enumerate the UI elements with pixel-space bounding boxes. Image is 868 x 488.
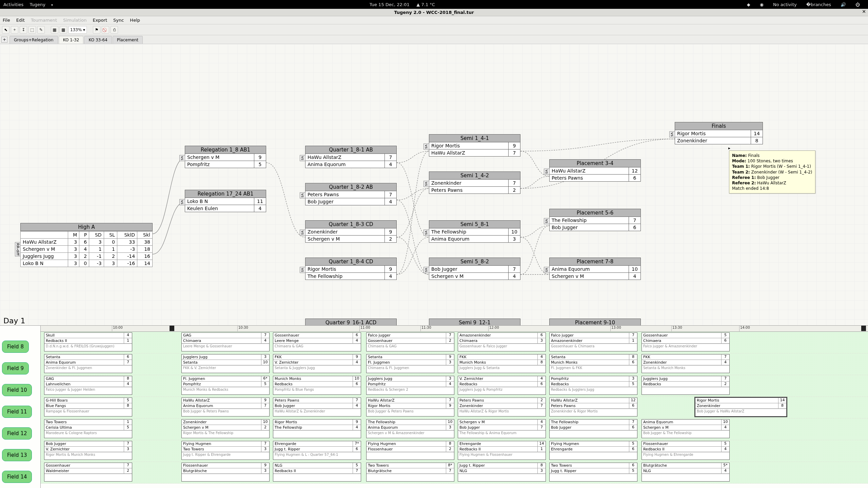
- match-rel18[interactable]: vsRelegation 1_8 AB1Schergen v M9Pompfri…: [185, 146, 266, 168]
- menu-edit[interactable]: Edit: [16, 18, 25, 23]
- tray-discord-icon[interactable]: ◆: [747, 2, 750, 7]
- forbid-icon[interactable]: ⃠: [102, 26, 109, 34]
- field-label[interactable]: Field 11: [2, 406, 32, 418]
- field-label[interactable]: Field 9: [2, 362, 29, 374]
- schedule-slot[interactable]: Falco jugger7Amazonenkinder1Gossenhauer …: [549, 332, 637, 351]
- schedule-slot[interactable]: Gossenhauer7Waldmeister2: [44, 463, 132, 482]
- tool-add-team-icon[interactable]: ＋: [11, 26, 18, 34]
- schedule-slot[interactable]: Jugglers Jugg3Setanta10FKK & V. Zernicht…: [181, 354, 270, 373]
- flag-icon[interactable]: ⚑: [93, 26, 100, 34]
- tool-pointer-icon[interactable]: ⬉: [2, 26, 9, 34]
- match-q2[interactable]: vsQuarter 1_8-2 ABPeters Pawns7Bob Jugge…: [305, 183, 397, 205]
- schedule-slot[interactable]: Flying Hugmen5Ehrengarde6: [549, 441, 637, 460]
- menu-file[interactable]: File: [3, 18, 10, 23]
- schedule-slot[interactable]: Setanta6Anima Equorum7Zonenkinder & Fl. …: [44, 354, 132, 373]
- schedule-slot[interactable]: Rigor Mortis9The Fellowship4: [273, 419, 361, 438]
- schedule-slot[interactable]: Setanta9Fl. Juggmen3Chimaera & Fl. Juggm…: [366, 354, 454, 373]
- schedule-slot[interactable]: Setanta8Munich Monks6Fl. Juggmen & FKK: [549, 354, 637, 373]
- schedule-slot[interactable]: NLG5Redbacks II7: [273, 463, 361, 482]
- schedule-slot[interactable]: Flossenhauer9Blutgrätsche3: [181, 463, 270, 482]
- match-q1[interactable]: vsQuarter 1_8-1 ABHaWu AllstarZ7Anima Eq…: [305, 146, 397, 168]
- zoom-select[interactable]: 133% ▾: [68, 26, 87, 34]
- tray-telegram-icon[interactable]: ◉: [760, 2, 764, 7]
- schedule-slot[interactable]: HaWu AllstarZ9Anima Equorum7Bob Jugger &…: [181, 398, 270, 416]
- schedule-slot[interactable]: GAG8Lahnveilchen4Falco jugger & Jugger H…: [44, 376, 132, 395]
- schedule-slot[interactable]: Skull4Redbacks II1D.d.N.n.g.w.d. & FREIL…: [44, 332, 132, 351]
- field-label[interactable]: Field 12: [2, 427, 32, 440]
- schedule-slot[interactable]: Ehrengarde7*Jugg t. Ripper6Flying Hugmen…: [273, 441, 361, 460]
- schedule-slot[interactable]: The Fellowship7Bob Jugger6: [549, 419, 637, 438]
- view-grid-icon[interactable]: ▦: [51, 26, 58, 34]
- time-block-marker[interactable]: [861, 326, 866, 331]
- schedule-slot[interactable]: Two Towers1Cerisia Ultima5Marodeure & Co…: [44, 419, 132, 438]
- match-p910[interactable]: vsPlacement 9-10Setanta8Munich Monks6: [549, 319, 641, 325]
- network-icon[interactable]: �branches: [806, 2, 831, 7]
- menu-sync[interactable]: Sync: [113, 18, 124, 23]
- match-s5[interactable]: vsSemi 5_8-1The Fellowship10Anima Equoru…: [429, 220, 520, 243]
- tab-ko-1-32[interactable]: KO 1-32: [59, 36, 84, 44]
- match-s1[interactable]: vsSemi 1_4-1Rigor Mortis9HaWu AllstarZ7: [429, 134, 520, 157]
- schedule-slot[interactable]: HaWu AllstarZ12Peters Pawns6Zonenkinder …: [549, 398, 637, 416]
- schedule-slot[interactable]: Blutgrätsche5*NLG4: [642, 463, 730, 482]
- menu-export[interactable]: Export: [93, 18, 107, 23]
- schedule-slot[interactable]: Zonenkinder10Schergen v M2Rigor Mortis &…: [181, 419, 270, 438]
- schedule-slot[interactable]: Two Towers8*Blutgrätsche7: [366, 463, 454, 482]
- schedule-slot[interactable]: Munich Monks10Redbacks6Pompfritz & Blue …: [273, 376, 361, 395]
- schedule-slot[interactable]: Peters Pawns7Bob Jugger4HaWu AllstarZ & …: [273, 398, 361, 416]
- schedule-slot[interactable]: Two Towers6Jugg t. Ripper5: [549, 463, 637, 482]
- schedule-slot[interactable]: V. Zernichter4Redbacks6Jugglers Jugg & P…: [458, 376, 546, 395]
- schedule-slot[interactable]: FKK7Zonenkinder4Setanta & Munich Monks: [642, 354, 730, 373]
- match-p34[interactable]: vsPlacement 3-4HaWu AllstarZ12Peters Paw…: [549, 159, 641, 182]
- match-p56[interactable]: vsPlacement 5-6The Fellowship7Bob Jugger…: [549, 209, 641, 231]
- schedule-slot[interactable]: Flossenhauer5Redbacks II4Flying Hugmen &…: [642, 441, 730, 460]
- schedule-slot[interactable]: HaWu AllstarZ7Rigor Mortis9Bob Jugger & …: [366, 398, 454, 416]
- match-s2[interactable]: vsSemi 1_4-2Zonenkinder7Peters Pawns2: [429, 171, 520, 194]
- tab-groups-relegation[interactable]: Groups+Relegation: [9, 36, 58, 44]
- close-icon[interactable]: ✕: [862, 9, 866, 14]
- time-block-marker[interactable]: [170, 326, 174, 331]
- schedule-slot[interactable]: Bob Jugger7V. Zernichter3Rigor Mortis & …: [44, 441, 132, 460]
- print-icon[interactable]: ⎙: [111, 26, 118, 34]
- app-menu[interactable]: Tugeny: [29, 2, 53, 7]
- match-q3[interactable]: vsQuarter 1_8-3 CDZonenkinder9Schergen v…: [305, 220, 397, 243]
- schedule-slot[interactable]: Gossenhauer6Leere Menge4Chimaera & GAG: [273, 332, 361, 351]
- schedule-slot[interactable]: FKK4Munich Monks8Jugglers Jugg & Setanta: [458, 354, 546, 373]
- match-q4[interactable]: vsQuarter 1_8-4 CDRigor Mortis9The Fello…: [305, 258, 397, 280]
- bracket-canvas[interactable]: Day 1 vsRelegation 1_8 AB1Schergen v M9P…: [0, 44, 868, 325]
- field-label[interactable]: Field 13: [2, 449, 32, 461]
- match-q9[interactable]: vsQuarter 9_16-1 ACDSetanta10Jugglers Ju…: [305, 319, 397, 325]
- volume-icon[interactable]: 🔊: [841, 2, 846, 7]
- view-grid2-icon[interactable]: ▩: [60, 26, 67, 34]
- add-tab-button[interactable]: +: [1, 37, 7, 43]
- match-p78[interactable]: vsPlacement 7-8Anima Equorum10Schergen v…: [549, 258, 641, 280]
- match-s6[interactable]: vsSemi 5_8-2Bob Jugger7Schergen v M4: [429, 258, 520, 280]
- schedule-slot[interactable]: Gossenhauer5Chimaera6Falco jugger & Amaz…: [642, 332, 730, 351]
- activities-button[interactable]: Activities: [3, 2, 23, 7]
- match-rel17[interactable]: vsRelegation 17_24 AB1Loko B N11Keulen E…: [185, 190, 266, 212]
- schedule-slot[interactable]: Rigor Mortis14Zonenkinder8Bob Jugger & H…: [695, 398, 787, 416]
- tool-randn-icon[interactable]: ✎: [37, 26, 45, 34]
- schedule-slot[interactable]: Ehrengarde14Redbacks II1Flying Hugmen & …: [458, 441, 546, 460]
- schedule-slot[interactable]: Pompfritz3Redbacks5Redbacks & Jugglers J…: [549, 376, 637, 395]
- schedule-slot[interactable]: Falco jugger7Gossenhauer2Chimaera & GAG: [366, 332, 454, 351]
- schedule-slot[interactable]: Flying Hugmen7Two Towers3Jugg t. Ripper …: [181, 441, 270, 460]
- schedule-slot[interactable]: Amazonenkinder6Chimaera3Gossenhauer & Fa…: [458, 332, 546, 351]
- field-label[interactable]: Field 8: [2, 341, 29, 353]
- schedule-slot[interactable]: Schergen v M4Bob Jugger7The Fellowship &…: [458, 419, 546, 438]
- schedule-slot[interactable]: FKK9V. Zernichter4Setanta & Jugglers Jug…: [273, 354, 361, 373]
- schedule-slot[interactable]: Peters Pawns2Zonenkinder7HaWu AllstarZ &…: [458, 398, 546, 416]
- power-icon[interactable]: ⏻: [855, 2, 860, 7]
- schedule-slot[interactable]: Fl. Juggmen6*Pompfritz5Munich Monks & Re…: [181, 376, 270, 395]
- schedule-slot[interactable]: GAG7Chimaera4Leere Menge & Gossenhauer: [181, 332, 270, 351]
- standings-high-a[interactable]: RR-diffHigh AMPSDSLSklDSklHaWu AllstarZ3…: [20, 223, 153, 267]
- tool-link-icon[interactable]: ↧: [20, 26, 27, 34]
- tab-ko-33-64[interactable]: KO 33-64: [84, 36, 112, 44]
- schedule-slot[interactable]: Jugglers Jugg3Pompfritz4Redbacks & Scher…: [366, 376, 454, 395]
- tab-placement[interactable]: Placement: [113, 36, 143, 44]
- tool-group-icon[interactable]: ⬚: [28, 26, 36, 34]
- schedule-slot[interactable]: G-Hill Boars5Blue Fangs8Rampage & Flosse…: [44, 398, 132, 416]
- schedule-slot[interactable]: Jugglers Jugg7Redbacks2: [642, 376, 730, 395]
- menu-help[interactable]: Help: [130, 18, 140, 23]
- schedule-slot[interactable]: Jugg t. Ripper8NLG3: [458, 463, 546, 482]
- schedule-slot[interactable]: Flying Hugmen8Flossenhauer2: [366, 441, 454, 460]
